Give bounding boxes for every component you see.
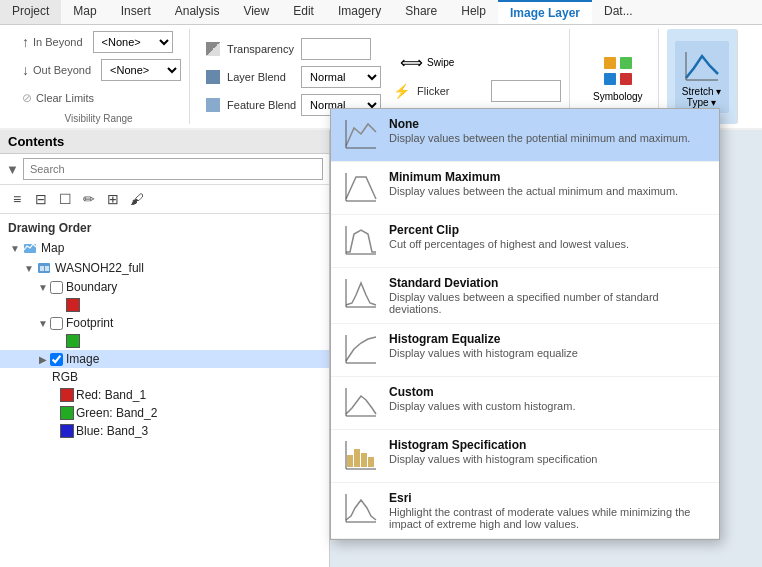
list-view-icon[interactable]: ≡ xyxy=(6,188,28,210)
symbology-icon xyxy=(598,51,638,91)
rgb-label: RGB xyxy=(52,370,78,384)
tab-project[interactable]: Project xyxy=(0,0,61,24)
db-view-icon[interactable]: ⊟ xyxy=(30,188,52,210)
dropdown-item-min-max[interactable]: Minimum Maximum Display values between t… xyxy=(331,162,719,215)
transparency-icon xyxy=(206,42,220,56)
esri-desc: Highlight the contrast of moderate value… xyxy=(389,506,707,530)
hist-eq-desc: Display values with histogram equalize xyxy=(389,347,578,359)
visibility-range-label: Visibility Range xyxy=(64,113,132,124)
svg-rect-27 xyxy=(347,455,353,467)
tab-imagery[interactable]: Imagery xyxy=(326,0,393,24)
brush-icon[interactable]: 🖌 xyxy=(126,188,148,210)
svg-rect-13 xyxy=(40,266,44,271)
svg-rect-0 xyxy=(604,57,616,69)
dropdown-item-hist-spec[interactable]: Histogram Specification Display values w… xyxy=(331,430,719,483)
dropdown-item-esri[interactable]: Esri Highlight the contrast of moderate … xyxy=(331,483,719,539)
layer-blend-select[interactable]: Normal xyxy=(301,66,381,88)
flicker-label: Flicker xyxy=(417,85,487,97)
hist-eq-title: Histogram Equalize xyxy=(389,332,578,346)
footprint-checkbox[interactable] xyxy=(50,317,63,330)
contents-toolbar: ≡ ⊟ ☐ ✏ ⊞ 🖌 xyxy=(0,185,329,214)
feature-blend-label: Feature Blend xyxy=(227,99,297,111)
tree-item-green-band[interactable]: Green: Band_2 xyxy=(0,404,329,422)
stretch-type-dropdown: None Display values between the potentia… xyxy=(330,108,720,540)
search-input[interactable] xyxy=(23,158,323,180)
swipe-row: ⟺ Swipe xyxy=(393,50,561,76)
tab-image-layer[interactable]: Image Layer xyxy=(498,0,592,24)
dropdown-item-custom[interactable]: Custom Display values with custom histog… xyxy=(331,377,719,430)
tree-item-boundary[interactable]: ▼ Boundary xyxy=(0,278,329,296)
selection-icon[interactable]: ☐ xyxy=(54,188,76,210)
tree-item-wasnoh[interactable]: ▼ WASNOH22_full xyxy=(0,258,329,278)
tree-item-footprint-swatch xyxy=(0,332,329,350)
dropdown-item-percent-clip[interactable]: Percent Clip Cut off percentages of high… xyxy=(331,215,719,268)
dropdown-item-std-dev[interactable]: Standard Deviation Display values betwee… xyxy=(331,268,719,324)
tree-item-image[interactable]: ▶ Image xyxy=(0,350,329,368)
tree-item-map[interactable]: ▼ Map xyxy=(0,238,329,258)
tab-map[interactable]: Map xyxy=(61,0,108,24)
flicker-icon: ⚡ xyxy=(393,83,410,99)
swipe-icon: ⟺ xyxy=(400,53,423,72)
tree-item-blue-band[interactable]: Blue: Band_3 xyxy=(0,422,329,440)
esri-icon xyxy=(343,491,379,527)
tree-item-footprint[interactable]: ▼ Footprint xyxy=(0,314,329,332)
symbology-button[interactable]: Symbology xyxy=(586,46,649,107)
dra-button[interactable]: DRA... xyxy=(754,46,762,107)
out-beyond-row: ↓ Out Beyond <None> xyxy=(16,57,181,83)
wasnoh-icon xyxy=(36,260,52,276)
layer-blend-label: Layer Blend xyxy=(227,71,297,83)
swipe-button[interactable]: ⟺ Swipe xyxy=(393,50,461,75)
tab-view[interactable]: View xyxy=(231,0,281,24)
std-dev-text: Standard Deviation Display values betwee… xyxy=(389,276,707,315)
tab-edit[interactable]: Edit xyxy=(281,0,326,24)
tree-item-boundary-swatch xyxy=(0,296,329,314)
none-text: None Display values between the potentia… xyxy=(389,117,690,144)
clear-limits-button[interactable]: ⊘ Clear Limits xyxy=(16,89,100,107)
transparency-input[interactable]: 0.0% xyxy=(301,38,371,60)
dropdown-item-none[interactable]: None Display values between the potentia… xyxy=(331,109,719,162)
blue-band-swatch xyxy=(60,424,74,438)
swipe-flicker-controls: ⟺ Swipe ⚡ Flicker 500.0 ms xyxy=(393,50,561,104)
tab-dat[interactable]: Dat... xyxy=(592,0,645,24)
hist-spec-desc: Display values with histogram specificat… xyxy=(389,453,597,465)
search-bar: ▼ xyxy=(0,154,329,185)
filter-icon[interactable]: ▼ xyxy=(6,162,19,177)
grid-icon[interactable]: ⊞ xyxy=(102,188,124,210)
svg-rect-30 xyxy=(368,457,374,467)
ribbon-tabs: Project Map Insert Analysis View Edit Im… xyxy=(0,0,762,25)
boundary-checkbox[interactable] xyxy=(50,281,63,294)
flicker-input[interactable]: 500.0 ms xyxy=(491,80,561,102)
tab-insert[interactable]: Insert xyxy=(109,0,163,24)
wasnoh-expand[interactable]: ▼ xyxy=(22,261,36,275)
out-beyond-select[interactable]: <None> xyxy=(101,59,181,81)
stretch-type-button[interactable]: Stretch ▾ Type ▾ xyxy=(675,41,729,113)
map-icon xyxy=(22,240,38,256)
image-expand[interactable]: ▶ xyxy=(36,352,50,366)
custom-title: Custom xyxy=(389,385,575,399)
in-beyond-label: ↑ In Beyond xyxy=(16,32,89,52)
tree-item-red-band[interactable]: Red: Band_1 xyxy=(0,386,329,404)
hist-eq-text: Histogram Equalize Display values with h… xyxy=(389,332,578,359)
image-checkbox[interactable] xyxy=(50,353,63,366)
tab-share[interactable]: Share xyxy=(393,0,449,24)
boundary-expand[interactable]: ▼ xyxy=(36,280,50,294)
blue-band-label: Blue: Band_3 xyxy=(76,424,148,438)
min-max-text: Minimum Maximum Display values between t… xyxy=(389,170,678,197)
panel-title: Contents xyxy=(0,130,329,154)
edit-icon[interactable]: ✏ xyxy=(78,188,100,210)
custom-icon xyxy=(343,385,379,421)
in-beyond-select[interactable]: <None> xyxy=(93,31,173,53)
dropdown-item-hist-eq[interactable]: Histogram Equalize Display values with h… xyxy=(331,324,719,377)
esri-text: Esri Highlight the contrast of moderate … xyxy=(389,491,707,530)
tab-help[interactable]: Help xyxy=(449,0,498,24)
hist-spec-icon xyxy=(343,438,379,474)
none-title: None xyxy=(389,117,690,131)
map-expand[interactable]: ▼ xyxy=(8,241,22,255)
hist-spec-title: Histogram Specification xyxy=(389,438,597,452)
red-band-label: Red: Band_1 xyxy=(76,388,146,402)
svg-rect-14 xyxy=(45,266,49,271)
min-max-desc: Display values between the actual minimu… xyxy=(389,185,678,197)
footprint-expand[interactable]: ▼ xyxy=(36,316,50,330)
tab-analysis[interactable]: Analysis xyxy=(163,0,232,24)
feature-blend-icon xyxy=(206,98,220,112)
